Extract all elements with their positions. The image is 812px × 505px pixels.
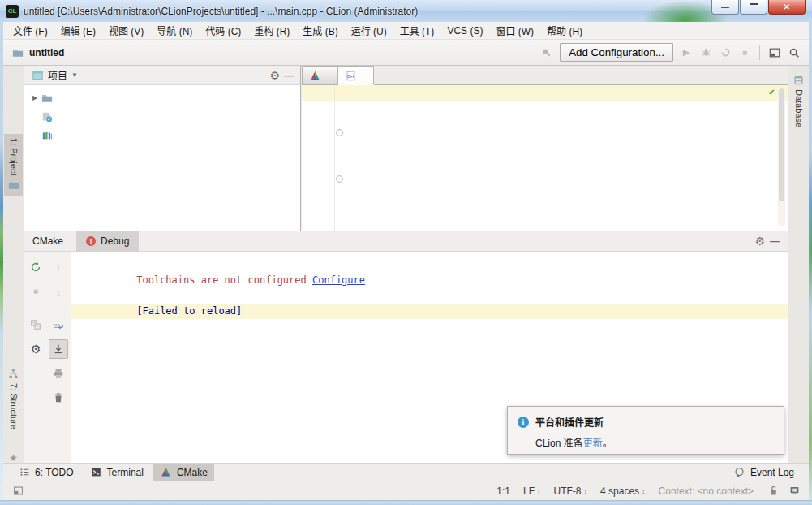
chevron-down-icon[interactable]: ▼ bbox=[71, 71, 78, 79]
window-title: untitled [C:\Users\Administrator\CLionPr… bbox=[24, 6, 418, 17]
close-button[interactable]: ✕ bbox=[768, 0, 806, 15]
menu-item[interactable]: 视图 (V) bbox=[102, 22, 150, 39]
menu-item[interactable]: 帮助 (H) bbox=[540, 22, 589, 39]
gear-icon: ⚙ bbox=[29, 343, 42, 356]
scrollend-button[interactable] bbox=[49, 339, 68, 359]
caret-position-widget[interactable]: 1:1 bbox=[496, 486, 510, 497]
configure-link[interactable]: Configure bbox=[312, 274, 365, 286]
editor-area: C++ ✔ bbox=[302, 66, 788, 231]
menu-bar: 文件 (F)编辑 (E)视图 (V)导航 (N)代码 (C)重构 (R)生成 (… bbox=[3, 22, 809, 40]
stripe-button-1-project[interactable]: 1: Project bbox=[4, 134, 23, 196]
menu-item[interactable]: VCS (S) bbox=[440, 24, 489, 38]
update-notification-balloon[interactable]: i 平台和插件更新 CLion 准备更新。 bbox=[507, 406, 784, 455]
reload-cmake-button[interactable] bbox=[26, 257, 45, 277]
cmake-debug-tab[interactable]: ! Debug bbox=[76, 231, 139, 252]
menu-item[interactable]: 重构 (R) bbox=[247, 22, 296, 39]
print-button[interactable] bbox=[49, 364, 68, 383]
toolwindow-button-event-log[interactable]: Event Log bbox=[727, 464, 801, 481]
editor-tab-main-cpp[interactable]: C++ bbox=[338, 66, 374, 84]
code-editor[interactable]: ✔ bbox=[302, 85, 788, 231]
project-panel-title[interactable]: 项目 bbox=[48, 68, 67, 82]
monitor-icon[interactable] bbox=[788, 485, 801, 498]
error-badge-icon: ! bbox=[86, 236, 96, 246]
cpp-icon: C++ bbox=[344, 69, 357, 82]
coverage-icon[interactable] bbox=[719, 46, 732, 59]
menu-item[interactable]: 工具 (T) bbox=[393, 22, 441, 39]
add-configuration-button[interactable]: Add Configuration... bbox=[560, 43, 673, 62]
stop-icon: ■ bbox=[29, 285, 42, 298]
project-settings-gear-icon[interactable]: ⚙ bbox=[269, 70, 280, 81]
cmake-icon bbox=[160, 466, 173, 479]
editor-scrollbar-thumb[interactable] bbox=[779, 88, 784, 201]
menu-item[interactable]: 运行 (U) bbox=[345, 22, 393, 39]
folder-icon bbox=[41, 92, 54, 105]
debug-icon[interactable] bbox=[699, 46, 712, 59]
main-toolbar: untitled Add Configuration... ▶■ bbox=[3, 40, 809, 66]
down-button[interactable]: ↓ bbox=[49, 282, 68, 301]
toolwindow-button-terminal[interactable]: Terminal bbox=[84, 464, 150, 481]
editor-scrollbar[interactable] bbox=[778, 88, 785, 226]
print-icon bbox=[52, 367, 65, 380]
collapse-button[interactable] bbox=[26, 315, 45, 335]
tree-row[interactable]: ▶ bbox=[24, 88, 300, 107]
clion-window: CL untitled [C:\Users\Administrator\CLio… bbox=[0, 0, 812, 505]
trash-button[interactable] bbox=[49, 388, 68, 408]
code-line[interactable] bbox=[302, 132, 788, 147]
stripe-button-database[interactable]: Database bbox=[789, 69, 808, 132]
minimize-button[interactable]: — bbox=[711, 0, 739, 15]
status-widget-context[interactable]: Context: <no context> bbox=[659, 486, 754, 497]
menu-item[interactable]: 代码 (C) bbox=[199, 22, 247, 39]
code-line[interactable] bbox=[302, 147, 788, 162]
tool-window-bar: 6: TODOTerminalCMake Event Log bbox=[3, 463, 809, 481]
toolwindow-toggle-icon[interactable] bbox=[11, 485, 24, 498]
widget-arrows-icon: ↕ bbox=[537, 487, 541, 495]
status-widget-lf[interactable]: LF↕ bbox=[523, 486, 541, 497]
trash-icon bbox=[52, 391, 65, 404]
menu-item[interactable]: 文件 (F) bbox=[6, 22, 54, 39]
status-widget-utf8[interactable]: UTF-8↕ bbox=[554, 486, 588, 497]
chevron-right-icon[interactable]: ▶ bbox=[29, 94, 41, 101]
stop-icon[interactable]: ■ bbox=[738, 46, 751, 59]
code-line[interactable] bbox=[302, 85, 788, 101]
cmake-panel-title: CMake bbox=[32, 235, 63, 247]
project-tree: ▶ bbox=[24, 85, 300, 145]
stripe-button-label: 7: Structure bbox=[9, 383, 19, 429]
update-link[interactable]: 更新 bbox=[583, 438, 603, 449]
toolwindows-icon[interactable] bbox=[768, 46, 781, 59]
cmake-settings-gear-icon[interactable]: ⚙ bbox=[754, 235, 765, 247]
up-button[interactable]: ↑ bbox=[49, 257, 68, 277]
stripe-button-7-structure[interactable]: 7: Structure bbox=[4, 363, 23, 434]
widget-arrows-icon: ↕ bbox=[642, 487, 646, 495]
down-icon: ↓ bbox=[52, 285, 65, 298]
run-icon[interactable]: ▶ bbox=[680, 46, 693, 59]
menu-item[interactable]: 导航 (N) bbox=[150, 22, 199, 39]
hammer-icon[interactable] bbox=[540, 46, 553, 59]
inspection-ok-icon[interactable]: ✔ bbox=[769, 86, 775, 97]
stop-button[interactable]: ■ bbox=[26, 282, 45, 301]
tree-row[interactable] bbox=[24, 126, 300, 145]
cmake-debug-tab-label: Debug bbox=[101, 235, 129, 247]
code-line[interactable] bbox=[302, 162, 788, 178]
gear-button[interactable]: ⚙ bbox=[26, 339, 45, 359]
editor-tab-cmakelists-txt[interactable] bbox=[302, 66, 338, 84]
hide-panel-icon[interactable]: — bbox=[284, 70, 294, 81]
toolwindow-button-6-todo[interactable]: 6: TODO bbox=[11, 464, 80, 481]
status-widget-4[interactable]: 4 spaces↕ bbox=[600, 486, 646, 497]
menu-item[interactable]: 生成 (B) bbox=[296, 22, 344, 39]
menu-item[interactable]: 编辑 (E) bbox=[54, 22, 102, 39]
title-bar[interactable]: CL untitled [C:\Users\Administrator\CLio… bbox=[0, 0, 812, 22]
toolchains-error-text: Toolchains are not configured bbox=[136, 274, 312, 286]
toolwindow-button-cmake[interactable]: CMake bbox=[153, 464, 214, 481]
softwrap-button[interactable] bbox=[49, 315, 68, 335]
window-border-right bbox=[809, 0, 812, 505]
lock-open-icon[interactable] bbox=[767, 485, 780, 498]
code-line[interactable] bbox=[302, 116, 788, 132]
tree-row[interactable] bbox=[24, 107, 300, 126]
search-icon[interactable] bbox=[788, 46, 801, 59]
up-icon: ↑ bbox=[52, 261, 65, 274]
cmake-hide-panel-icon[interactable]: — bbox=[770, 235, 780, 247]
maximize-button[interactable] bbox=[740, 0, 767, 15]
menu-item[interactable]: 窗口 (W) bbox=[489, 22, 540, 39]
code-line[interactable] bbox=[302, 101, 788, 116]
breadcrumb[interactable]: untitled bbox=[11, 46, 64, 59]
